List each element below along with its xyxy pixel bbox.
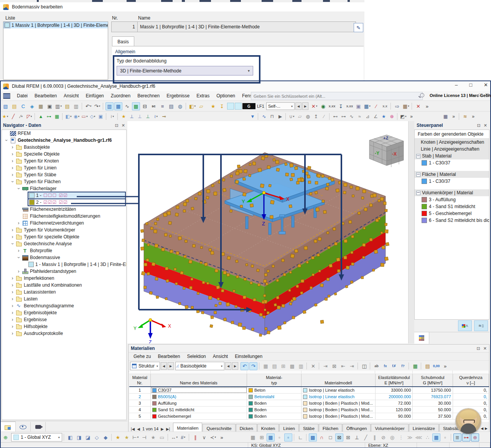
member-on-line[interactable]: ⊶ — [45, 113, 53, 120]
close-panel-icon[interactable]: ✕ — [484, 123, 487, 128]
expand-icon[interactable]: › — [10, 164, 15, 171]
report-view[interactable]: ▥ — [72, 102, 80, 110]
model-settings[interactable]: ▦ — [37, 102, 45, 110]
float-panel-icon[interactable]: ⊡ — [477, 346, 480, 351]
expand-icon[interactable]: › — [10, 323, 15, 330]
menu-einfügen[interactable]: Einfügen — [82, 93, 107, 98]
snap-pct[interactable]: ⋮ — [397, 433, 405, 441]
legend-row[interactable]: 1 - C30/37 — [415, 178, 489, 185]
legend-row[interactable]: 6 - Sand S2 mitteldicht bis dich — [415, 217, 489, 224]
expand-icon[interactable]: › — [10, 309, 15, 316]
next-table-button[interactable]: ▶ — [168, 362, 174, 370]
table-view[interactable]: ▦ — [262, 362, 270, 370]
float-panel-icon[interactable]: ⊡ — [477, 123, 481, 128]
arrows-up[interactable]: ↥ — [312, 113, 320, 120]
snap-mid[interactable]: ★ — [123, 433, 131, 441]
dialog-titlebar[interactable]: Bodenmassiv bearbeiten — [0, 2, 367, 11]
workplane-xz[interactable]: ◨ — [75, 433, 83, 441]
workplane-xy[interactable]: ◧ — [66, 433, 74, 441]
tree-item[interactable]: ›Lastfälle und Kombinationen — [2, 282, 126, 289]
snap-perp[interactable]: ⊥ — [353, 433, 361, 441]
menu-ergebnisse[interactable]: Ergebnisse — [163, 93, 193, 98]
expand-icon[interactable]: › — [10, 282, 15, 289]
tree-item[interactable]: ›Ergebnisse — [2, 316, 126, 323]
tree-item[interactable]: ›Typen für Stäbe — [2, 171, 126, 178]
line-v[interactable]: ∨ — [200, 433, 208, 441]
fx-delete[interactable]: f✗ — [390, 362, 398, 370]
ortho-mode[interactable]: ∟ — [297, 433, 305, 441]
tree-item[interactable]: ›Ausdruckprotokolle — [2, 330, 126, 337]
dim-xx[interactable]: ⊣ — [140, 433, 148, 441]
next-page-button[interactable]: ▶ — [161, 427, 164, 431]
expand-icon[interactable]: › — [16, 268, 21, 275]
guide-box[interactable]: ▭ — [158, 433, 166, 441]
expand-icon[interactable]: › — [10, 295, 15, 302]
undo[interactable]: ↶▾ — [84, 102, 92, 110]
opening-new[interactable]: ▭▾ — [81, 113, 88, 120]
guide-snap[interactable]: ▫ — [284, 433, 292, 441]
probe-pin[interactable]: ⊕ — [388, 113, 395, 120]
tree-item[interactable]: RFEM — [2, 130, 126, 137]
support-surface[interactable]: ⊥ — [144, 113, 152, 120]
tree-item[interactable]: ›Flächennetzverdichtungen — [2, 220, 126, 226]
material-row[interactable]: 1C30/37BetonIsotrop | Linear elastisch33… — [129, 387, 489, 394]
load-to-structure[interactable]: ↧ — [218, 102, 226, 110]
tree-item[interactable]: Flächenexzentrizitäten — [2, 206, 126, 213]
select-clip[interactable]: ◩▾ — [400, 113, 407, 120]
guide-star[interactable]: ★ — [149, 433, 157, 441]
dim-x[interactable]: ⊢▾ — [132, 433, 140, 441]
layers[interactable]: ≡ — [158, 102, 166, 110]
collapse-box-icon[interactable] — [416, 191, 420, 195]
snap-magnet[interactable]: ∩ — [318, 433, 326, 441]
snap-tangent[interactable]: ⊘ — [379, 433, 387, 441]
tree-item[interactable]: ›Geotechnische Analyse — [2, 240, 126, 247]
line-new[interactable]: ╱ — [10, 113, 17, 120]
child-restore-button[interactable]: □ — [479, 92, 481, 97]
tree-item[interactable]: ›Hilfsobjekte — [2, 323, 126, 330]
fx-info[interactable]: f? — [399, 362, 407, 370]
tabs-scroll-right[interactable]: ▶ — [485, 427, 488, 430]
expand-icon[interactable]: › — [10, 302, 15, 309]
material-row[interactable]: 4Sand S1 mitteldichtBodenIsotrop | Boden… — [129, 407, 489, 413]
liste-item-1[interactable]: 1 Massiv 1 | Bohrprofile | 1-4 | 3D | Fi… — [3, 22, 108, 28]
snap-grid[interactable]: ▩ — [309, 433, 317, 441]
surface-bend[interactable]: ◇▾ — [89, 113, 96, 120]
menu-optionen[interactable]: Optionen — [213, 93, 239, 98]
pin-tool[interactable]: ⊕ — [471, 433, 479, 441]
tree-item[interactable]: ›Basisobjekte — [2, 144, 126, 151]
row-grid[interactable]: ▥ — [297, 362, 305, 370]
search-icon[interactable] — [420, 93, 424, 97]
script-console[interactable]: sc — [150, 102, 158, 110]
more-bottom[interactable]: » — [218, 433, 226, 441]
selection-dash[interactable]: ▫ — [441, 433, 449, 441]
menu-zuordnen[interactable]: Zuordnen — [107, 93, 134, 98]
material-row[interactable]: 3AuffüllungBodenIsotrop | Boden | Plasti… — [129, 400, 489, 407]
hinge-new[interactable]: ⊸ — [160, 113, 168, 120]
excel-export[interactable]: ▦ — [411, 362, 419, 370]
next-group-button[interactable]: ▶ — [232, 362, 238, 370]
diagram-m[interactable]: ∿ — [348, 113, 355, 120]
render-colors-combo[interactable]: Farben der gerenderten Objekte — [415, 130, 489, 139]
material-row[interactable]: 5GeschiebemergelBodenIsotrop | Boden | P… — [129, 413, 489, 420]
diagram-n[interactable]: ⊷ — [332, 113, 339, 120]
section-tool[interactable]: ≀▾ — [109, 113, 116, 120]
menu-bearbeiten[interactable]: Bearbeiten — [154, 354, 183, 359]
fx-insert[interactable]: fx — [381, 362, 389, 370]
note-tool[interactable]: ▱ — [197, 102, 205, 110]
expand-icon[interactable]: › — [10, 158, 15, 164]
online-help-globe[interactable]: ◍ — [176, 102, 184, 110]
tab-data-navigator[interactable] — [1, 422, 16, 432]
collapse-box-icon[interactable] — [416, 172, 420, 177]
loadcase-select[interactable]: Self-...▾ — [266, 102, 295, 110]
loadcase-combo[interactable]: GLF1Self-...▾◀▶ — [227, 102, 308, 110]
layer-stack[interactable]: ≋ — [461, 113, 469, 120]
transfer-tool[interactable]: ⇨ — [393, 102, 401, 110]
main-titlebar[interactable]: Dlubal RFEM | 6.09.0003 | Geotechnische_… — [1, 81, 490, 91]
menu-selektion[interactable]: Selektion — [183, 354, 209, 359]
navigation-cube[interactable]: -Y -X +Z — [369, 135, 404, 167]
snap-line[interactable]: ╱ — [362, 433, 370, 441]
probe-down[interactable]: ↧ — [337, 102, 345, 110]
solid-new[interactable]: ◉▾ — [73, 113, 80, 120]
child-minimize-button[interactable]: – — [473, 92, 475, 97]
expand-icon[interactable]: › — [10, 171, 15, 178]
